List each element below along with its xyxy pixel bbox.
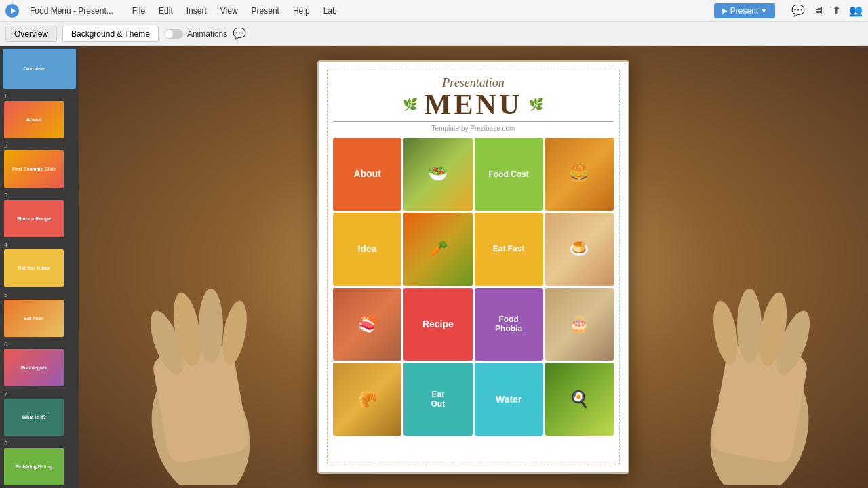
grid-cell-photo-plate: 🍳 [545, 363, 614, 436]
grid-cell-photo-veggies: 🥕 [403, 213, 472, 286]
comments-icon[interactable]: 💬 [791, 4, 805, 17]
thumb-eatfast-img: Eat Fast! [4, 300, 64, 337]
grid-cell-photo-croissant: 🥐 [333, 363, 401, 436]
thumb-foodcost-img: Did You Know [4, 249, 64, 287]
menu-file[interactable]: File [130, 5, 148, 17]
grid-cell-eatfast[interactable]: Eat Fast [475, 213, 543, 286]
thumb-foodphobia-img: Bubbleguts [4, 349, 64, 386]
thumb-about-img: About [4, 101, 64, 138]
slide-thumb-3[interactable]: 3 Share a Recipe Recipe [3, 190, 76, 237]
comment-icon[interactable]: 💬 [233, 27, 246, 40]
slide-thumb-8[interactable]: 8 Finishing Eating Eat Out [3, 439, 76, 485]
menu-lab[interactable]: Lab [321, 5, 340, 17]
thumb-idea-img: First Example Slide [4, 150, 64, 188]
slide-thumb-1[interactable]: 1 About About [3, 92, 76, 138]
slide-thumb-7[interactable]: 7 What is it? Water [3, 389, 76, 436]
canvas-area: Presentation 🌿 MENU 🌿 Template by Prezib… [79, 46, 868, 488]
slide-num-2: 2 [4, 142, 75, 149]
screen-icon[interactable]: 🖥 [813, 5, 824, 17]
card-border: Presentation 🌿 MENU 🌿 Template by Prezib… [327, 70, 620, 464]
thumb-recipe-img: Share a Recipe [4, 200, 64, 237]
slide-thumb-6[interactable]: 6 Bubbleguts Food Phobia [3, 340, 76, 386]
slide-thumb-4[interactable]: 4 Did You Know Food Cost [3, 240, 76, 287]
card-header: Presentation 🌿 MENU 🌿 Template by Prezib… [333, 76, 614, 132]
grid-cell-recipe[interactable]: Recipe [403, 288, 472, 361]
card-script-title: Presentation [333, 76, 614, 90]
menu-help[interactable]: Help [290, 5, 313, 17]
menu-view[interactable]: View [218, 5, 241, 17]
grid-cell-photo-salad: 🥗 [403, 138, 472, 211]
slide-num-3: 3 [4, 192, 75, 199]
grid-cell-foodcost[interactable]: Food Cost [475, 138, 543, 211]
grid-cell-photo-dessert: 🎂 [545, 288, 614, 361]
app-logo [5, 4, 19, 18]
menu-insert[interactable]: Insert [184, 5, 210, 17]
animations-label: Animations [187, 29, 227, 39]
slide-panel: Overview Overview 1 About About 2 First … [0, 46, 79, 488]
deco-left: 🌿 [403, 97, 418, 112]
grid-cell-foodphobia[interactable]: FoodPhobia [475, 288, 543, 361]
animations-toggle[interactable] [164, 29, 183, 39]
divider-line [333, 121, 614, 122]
background-tab[interactable]: Background & Theme [62, 26, 159, 42]
grid-cell-water[interactable]: Water [475, 363, 543, 436]
slide-num-5: 5 [4, 291, 75, 298]
menu-grid: About 🥗 Food Cost 🍔 Idea 🥕 Eat Fast [333, 138, 614, 436]
slide-num-4: 4 [4, 241, 75, 248]
slide-thumb-2[interactable]: 2 First Example Slide Idea [3, 141, 76, 188]
app-title: Food Menu - Present... [30, 6, 113, 16]
menu-edit[interactable]: Edit [156, 5, 176, 17]
slide-thumb-5[interactable]: 5 Eat Fast! Eat Fast [3, 290, 76, 337]
grid-cell-photo-pancakes: 🍮 [545, 213, 614, 286]
users-icon[interactable]: 👥 [849, 4, 863, 17]
thumb-overview-img: Overview [4, 50, 64, 87]
thumb-eatout-img: Finishing Eating [4, 448, 64, 485]
slide-num-8: 8 [4, 440, 75, 447]
slide-num-7: 7 [4, 390, 75, 397]
grid-cell-photo-salmon: 🍣 [333, 288, 401, 361]
grid-cell-eatout[interactable]: EatOut [403, 363, 472, 436]
slide-num-1: 1 [4, 93, 75, 100]
slide-thumb-overview[interactable]: Overview Overview [3, 49, 76, 89]
card-template-credit: Template by Prezibase.com [333, 125, 614, 132]
overview-tab[interactable]: Overview [5, 26, 57, 42]
present-button[interactable]: ▶ Present ▼ [714, 3, 775, 18]
card-menu-title: MENU [425, 90, 522, 119]
share-icon[interactable]: ⬆ [832, 4, 841, 17]
slide-num-6: 6 [4, 341, 75, 348]
menu-present[interactable]: Present [249, 5, 282, 17]
presentation-card[interactable]: Presentation 🌿 MENU 🌿 Template by Prezib… [317, 60, 629, 474]
thumb-water-img: What is it? [4, 399, 64, 436]
grid-cell-about[interactable]: About [333, 138, 401, 211]
grid-cell-idea[interactable]: Idea [333, 213, 401, 286]
grid-cell-photo-burger: 🍔 [545, 138, 614, 211]
deco-right: 🌿 [529, 97, 544, 112]
